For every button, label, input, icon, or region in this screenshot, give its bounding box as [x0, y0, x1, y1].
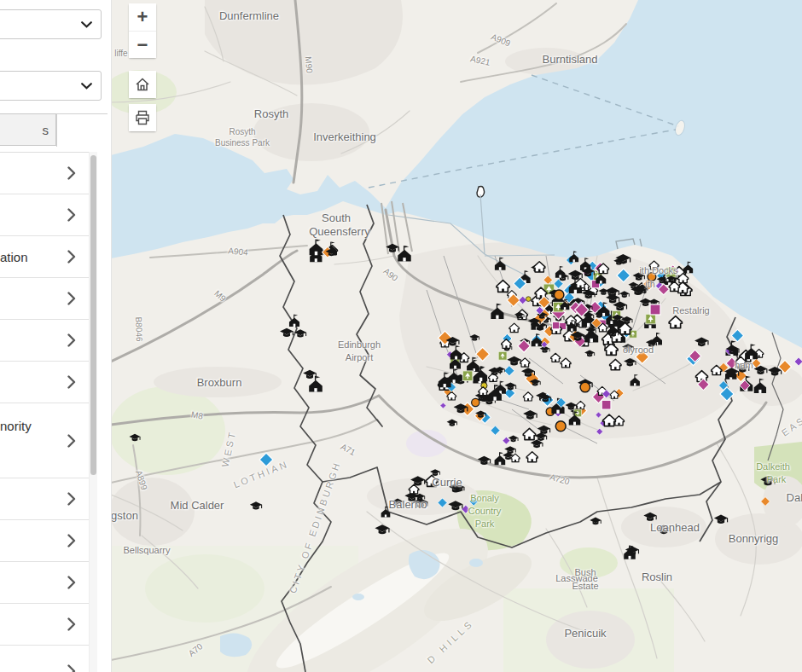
filter-select-bottom[interactable] [0, 71, 102, 101]
list-scrollbar[interactable] [89, 152, 97, 672]
chevron-right-icon [67, 576, 76, 589]
list-item-1[interactable] [0, 153, 89, 194]
list-item-8[interactable] [0, 478, 89, 520]
scrollbar-thumb[interactable] [90, 155, 96, 475]
list-item-9[interactable] [0, 520, 89, 562]
list-item-2[interactable] [0, 194, 89, 236]
map-marker-sq-magenta[interactable] [650, 304, 660, 315]
map-marker-c-orange[interactable] [648, 273, 656, 281]
chevron-right-icon [67, 208, 76, 222]
map-canvas[interactable]: Dunfermlineliffe yrnnBurntislandRosythRo… [111, 0, 802, 672]
app-window: Dunfermlineliffe yrnnBurntislandRosythRo… [0, 0, 802, 672]
list-item-11[interactable] [0, 604, 89, 646]
map-marker-sq-green[interactable] [462, 371, 473, 381]
print-control [129, 104, 156, 131]
map-marker-sq-green[interactable] [498, 351, 507, 360]
list-item-4[interactable] [0, 278, 89, 320]
chevron-right-icon [67, 434, 76, 448]
zoom-out-button[interactable]: − [129, 31, 156, 58]
tab-label-fragment: s [43, 123, 49, 137]
map-marker-sq-magenta[interactable] [602, 400, 611, 409]
map-marker-c-orange[interactable] [554, 290, 563, 299]
map-marker-c-orange[interactable] [555, 421, 566, 432]
list-item-5[interactable] [0, 320, 89, 362]
map-marker-sq-green[interactable] [646, 314, 656, 324]
list-item-3[interactable]: ation [0, 236, 89, 278]
list-item-6[interactable] [0, 362, 89, 403]
chevron-right-icon [67, 617, 76, 631]
home-icon [135, 77, 150, 92]
chevron-down-icon [81, 21, 92, 28]
print-button[interactable] [129, 104, 156, 131]
list-item-label-fragment: nority [0, 419, 32, 433]
chevron-right-icon [67, 250, 76, 264]
sidebar-tabs: s [0, 113, 111, 147]
chevron-right-icon [67, 333, 76, 347]
chevron-right-icon [67, 664, 76, 672]
list-item-label-fragment: ation [0, 250, 28, 264]
chevron-right-icon [67, 492, 76, 506]
print-icon [135, 110, 150, 125]
map-marker-c-yellow[interactable] [526, 297, 531, 302]
basemap [111, 0, 802, 672]
category-list: ationnority [0, 152, 89, 672]
map-marker-c-orange[interactable] [472, 398, 479, 406]
chevron-down-icon [81, 83, 92, 90]
zoom-control: + − [129, 3, 156, 58]
map-marker-c-orange[interactable] [580, 382, 590, 391]
zoom-in-button[interactable]: + [129, 3, 156, 31]
chevron-right-icon [67, 534, 76, 547]
chevron-right-icon [67, 292, 76, 305]
sidebar-panel: s ationnority [0, 0, 112, 672]
home-button[interactable] [129, 71, 156, 98]
filter-select-top[interactable] [0, 9, 102, 39]
chevron-right-icon [67, 375, 76, 389]
home-control [129, 71, 156, 98]
chevron-right-icon [67, 166, 76, 180]
map-marker-sq-magenta[interactable] [553, 322, 560, 329]
list-item-7[interactable]: nority [0, 403, 89, 478]
list-item-10[interactable] [0, 562, 89, 604]
tab-clipped[interactable]: s [0, 113, 56, 146]
map-marker-sq-green[interactable] [666, 268, 676, 277]
list-item-12[interactable] [0, 646, 89, 672]
tab-selected[interactable] [56, 113, 108, 147]
